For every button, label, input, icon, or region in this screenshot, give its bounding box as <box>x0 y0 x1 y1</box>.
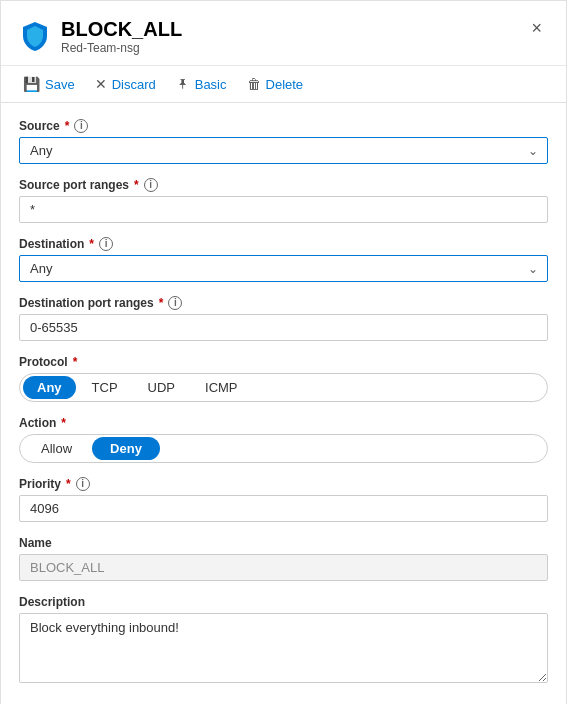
name-label: Name <box>19 536 548 550</box>
priority-info-icon[interactable]: i <box>76 477 90 491</box>
source-required: * <box>65 119 70 133</box>
action-allow-button[interactable]: Allow <box>23 437 90 460</box>
priority-input[interactable] <box>19 495 548 522</box>
source-label: Source * i <box>19 119 548 133</box>
source-port-info-icon[interactable]: i <box>144 178 158 192</box>
panel: BLOCK_ALL Red-Team-nsg × 💾 Save ✕ Discar… <box>0 0 567 704</box>
basic-button[interactable]: 🖈 Basic <box>166 72 237 96</box>
delete-button[interactable]: 🗑 Delete <box>237 72 314 96</box>
protocol-udp-button[interactable]: UDP <box>134 376 189 399</box>
save-icon: 💾 <box>23 76 40 92</box>
discard-icon: ✕ <box>95 76 107 92</box>
title-block: BLOCK_ALL Red-Team-nsg <box>61 17 182 55</box>
discard-label: Discard <box>112 77 156 92</box>
panel-title: BLOCK_ALL <box>61 17 182 41</box>
priority-label: Priority * i <box>19 477 548 491</box>
dest-port-input[interactable] <box>19 314 548 341</box>
description-label: Description <box>19 595 548 609</box>
description-textarea[interactable] <box>19 613 548 683</box>
dest-port-required: * <box>159 296 164 310</box>
name-input <box>19 554 548 581</box>
toolbar: 💾 Save ✕ Discard 🖈 Basic 🗑 Delete <box>1 65 566 103</box>
source-select[interactable]: Any IP Addresses Service Tag Application… <box>19 137 548 164</box>
source-group: Source * i Any IP Addresses Service Tag … <box>19 119 548 164</box>
description-group: Description <box>19 595 548 686</box>
protocol-required: * <box>73 355 78 369</box>
delete-icon: 🗑 <box>247 76 261 92</box>
source-port-required: * <box>134 178 139 192</box>
panel-header: BLOCK_ALL Red-Team-nsg × <box>1 1 566 65</box>
source-port-input[interactable] <box>19 196 548 223</box>
shield-icon <box>19 20 51 52</box>
basic-icon: 🖈 <box>176 76 190 92</box>
protocol-any-button[interactable]: Any <box>23 376 76 399</box>
close-button[interactable]: × <box>525 17 548 39</box>
form-body: Source * i Any IP Addresses Service Tag … <box>1 103 566 686</box>
destination-select[interactable]: Any IP Addresses Service Tag Application… <box>19 255 548 282</box>
delete-label: Delete <box>266 77 304 92</box>
priority-required: * <box>66 477 71 491</box>
panel-subtitle: Red-Team-nsg <box>61 41 182 55</box>
protocol-toggle: Any TCP UDP ICMP <box>19 373 548 402</box>
action-toggle: Allow Deny <box>19 434 548 463</box>
source-port-label: Source port ranges * i <box>19 178 548 192</box>
dest-port-group: Destination port ranges * i <box>19 296 548 341</box>
source-port-group: Source port ranges * i <box>19 178 548 223</box>
destination-info-icon[interactable]: i <box>99 237 113 251</box>
discard-button[interactable]: ✕ Discard <box>85 72 166 96</box>
action-required: * <box>61 416 66 430</box>
action-group: Action * Allow Deny <box>19 416 548 463</box>
save-button[interactable]: 💾 Save <box>13 72 85 96</box>
protocol-icmp-button[interactable]: ICMP <box>191 376 252 399</box>
dest-port-label: Destination port ranges * i <box>19 296 548 310</box>
name-group: Name <box>19 536 548 581</box>
source-info-icon[interactable]: i <box>74 119 88 133</box>
destination-select-wrapper: Any IP Addresses Service Tag Application… <box>19 255 548 282</box>
source-select-wrapper: Any IP Addresses Service Tag Application… <box>19 137 548 164</box>
dest-port-info-icon[interactable]: i <box>168 296 182 310</box>
protocol-group: Protocol * Any TCP UDP ICMP <box>19 355 548 402</box>
header-left: BLOCK_ALL Red-Team-nsg <box>19 17 182 55</box>
protocol-tcp-button[interactable]: TCP <box>78 376 132 399</box>
action-deny-button[interactable]: Deny <box>92 437 160 460</box>
protocol-label: Protocol * <box>19 355 548 369</box>
save-label: Save <box>45 77 75 92</box>
basic-label: Basic <box>195 77 227 92</box>
destination-required: * <box>89 237 94 251</box>
destination-label: Destination * i <box>19 237 548 251</box>
priority-group: Priority * i <box>19 477 548 522</box>
destination-group: Destination * i Any IP Addresses Service… <box>19 237 548 282</box>
action-label: Action * <box>19 416 548 430</box>
